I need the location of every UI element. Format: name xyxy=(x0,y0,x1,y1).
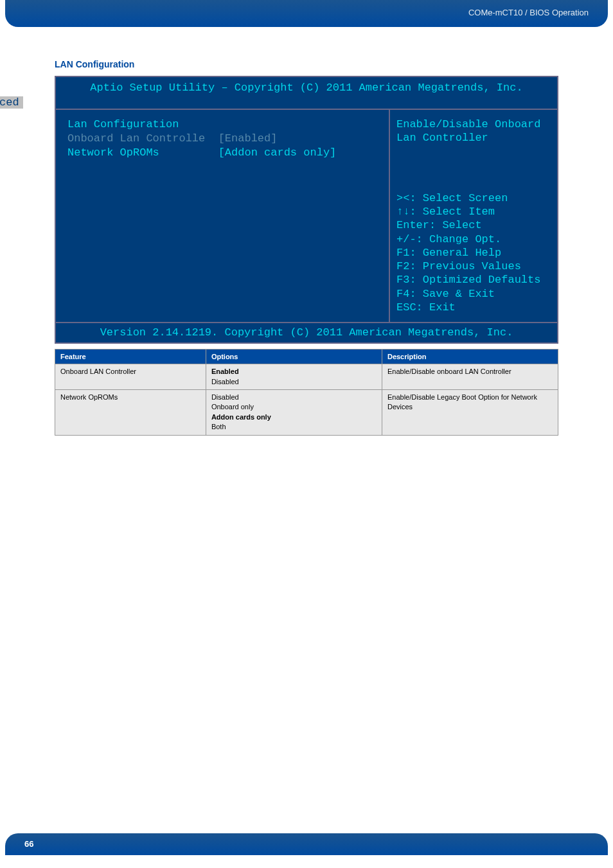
th-description: Description xyxy=(382,350,558,364)
breadcrumb: COMe-mCT10 / BIOS Operation xyxy=(468,8,589,17)
th-feature: Feature xyxy=(55,350,206,364)
bios-key-legend: ><: Select Screen ↑↓: Select Item Enter:… xyxy=(396,191,551,314)
cell-options: EnabledDisabled xyxy=(206,364,382,390)
cell-description: Enable/Disable Legacy Boot Option for Ne… xyxy=(382,389,558,435)
bios-header: Aptio Setup Utility – Copyright (C) 2011… xyxy=(56,77,557,109)
bios-footer: Version 2.14.1219. Copyright (C) 2011 Am… xyxy=(56,322,557,342)
bios-tab-advanced: Advanced xyxy=(0,96,23,109)
bios-left-title: Lan Configuration xyxy=(67,118,377,132)
bios-right-pane: Enable/Disable Onboard Lan Controller ><… xyxy=(390,110,557,322)
bios-row-network-oproms: Network OpROMs [Addon cards only] xyxy=(67,146,377,160)
page-number: 66 xyxy=(24,839,33,849)
cell-feature: Network OpROMs xyxy=(55,389,206,435)
bios-help-description: Enable/Disable Onboard Lan Controller xyxy=(396,118,551,145)
table-row: Onboard LAN Controller EnabledDisabled E… xyxy=(55,364,558,390)
content: LAN Configuration Aptio Setup Utility – … xyxy=(0,27,613,436)
feature-table: Feature Options Description Onboard LAN … xyxy=(55,349,558,435)
table-header-row: Feature Options Description xyxy=(55,350,558,364)
th-options: Options xyxy=(206,350,382,364)
bios-version: Version 2.14.1219. Copyright (C) 2011 Am… xyxy=(100,326,513,339)
section-title: LAN Configuration xyxy=(55,59,558,69)
bios-body: Lan Configuration Onboard Lan Controlle … xyxy=(56,109,557,322)
bios-left-pane: Lan Configuration Onboard Lan Controlle … xyxy=(56,110,390,322)
bios-header-text: Aptio Setup Utility – Copyright (C) 2011… xyxy=(62,81,551,95)
bios-row-onboard-lan: Onboard Lan Controlle [Enabled] xyxy=(67,132,377,146)
cell-description: Enable/Disable onboard LAN Controller xyxy=(382,364,558,390)
bios-screenshot: Aptio Setup Utility – Copyright (C) 2011… xyxy=(55,76,558,344)
header-bar: COMe-mCT10 / BIOS Operation xyxy=(5,0,608,27)
cell-feature: Onboard LAN Controller xyxy=(55,364,206,390)
table-row: Network OpROMs Disabled Onboard onlyAddo… xyxy=(55,389,558,435)
cell-options: Disabled Onboard onlyAddon cards onlyBot… xyxy=(206,389,382,435)
footer-bar: 66 xyxy=(5,833,608,855)
